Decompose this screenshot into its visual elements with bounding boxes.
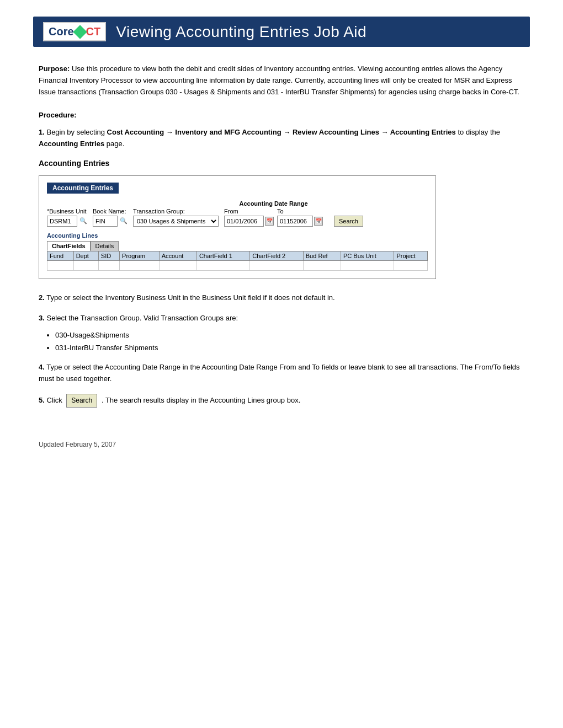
step-2-number: 2. [39, 293, 45, 302]
to-date-group: To 📅 [277, 208, 323, 227]
col-program: Program [120, 251, 160, 260]
purpose-block: Purpose: Use this procedure to view both… [39, 63, 524, 98]
logo-ct-text: CT [86, 25, 101, 38]
col-project: Project [394, 251, 428, 260]
tab-details[interactable]: Details [91, 241, 119, 251]
cell-sid [98, 260, 119, 270]
accounting-entries-heading: Accounting Entries [39, 159, 524, 168]
date-range-group: Accounting Date Range From 📅 To 📅 [224, 200, 323, 227]
step-1-bold: Cost Accounting → Inventory and MFG Acco… [107, 128, 456, 136]
step-1-bold-suffix: Accounting Entries [39, 140, 104, 148]
footer-text: Updated February 5, 2007 [39, 441, 116, 448]
step-1-suffix: to display the [458, 128, 500, 136]
step-1-end: page. [107, 140, 125, 148]
business-unit-field-group: *Business Unit 🔍 [47, 208, 87, 227]
from-date-group: From 📅 [224, 208, 274, 227]
transaction-group-select[interactable]: 030 Usages & Shipments [133, 216, 219, 227]
from-label: From [224, 208, 274, 215]
col-dept: Dept [73, 251, 98, 260]
header-bar: Core CT Viewing Accounting Entries Job A… [33, 17, 530, 47]
business-unit-input[interactable] [47, 216, 77, 227]
step-3-number: 3. [39, 314, 45, 322]
col-account: Account [159, 251, 196, 260]
accounting-lines-label: Accounting Lines [47, 232, 428, 239]
tab-chartfields[interactable]: ChartFields [47, 241, 91, 251]
cell-program [120, 260, 160, 270]
date-range-label: Accounting Date Range [224, 200, 323, 207]
step-5-suffix: . The search results display in the Acco… [102, 396, 300, 404]
page-title: Viewing Accounting Entries Job Aid [116, 23, 367, 41]
cell-fund [47, 260, 74, 270]
to-label: To [277, 208, 323, 215]
step-4: 4. Type or select the Accounting Date Ra… [39, 362, 524, 385]
logo-core-text: Core [49, 25, 74, 38]
col-pc-bus-unit: PC Bus Unit [341, 251, 394, 260]
accounting-entries-ui-box: Accounting Entries *Business Unit 🔍 Book… [39, 175, 436, 279]
book-name-field-group: Book Name: 🔍 [93, 208, 128, 227]
cell-chartfield2 [250, 260, 303, 270]
step-1: 1. Begin by selecting Cost Accounting → … [39, 127, 524, 150]
table-row [47, 260, 428, 270]
accounting-lines-table: Fund Dept SID Program Account ChartField… [47, 251, 428, 271]
step-4-number: 4. [39, 363, 45, 371]
ui-tab-accounting-entries[interactable]: Accounting Entries [47, 183, 119, 194]
bullet-1: 030-Usage&Shipments [55, 329, 524, 341]
step-1-number: 1. [39, 128, 45, 136]
cell-chartfield1 [196, 260, 249, 270]
book-name-label: Book Name: [93, 208, 128, 215]
step-3: 3. Select the Transaction Group. Valid T… [39, 313, 524, 324]
step-2-text: Type or select the Inventory Business Un… [46, 293, 334, 302]
col-chartfield1: ChartField 1 [196, 251, 249, 260]
step-5: 5. Click Search . The search results dis… [39, 394, 524, 408]
step-5-number: 5. [39, 396, 45, 404]
cell-dept [73, 260, 98, 270]
accounting-lines-tabs: ChartFields Details [47, 241, 428, 251]
col-sid: SID [98, 251, 119, 260]
step-2: 2. Type or select the Inventory Business… [39, 292, 524, 304]
to-date-input[interactable] [277, 216, 313, 227]
business-unit-search-icon[interactable]: 🔍 [79, 217, 87, 224]
col-chartfield2: ChartField 2 [250, 251, 303, 260]
table-header-row: Fund Dept SID Program Account ChartField… [47, 251, 428, 260]
purpose-label: Purpose: [39, 65, 70, 73]
bullet-list: 030-Usage&Shipments 031-InterBU Transfer… [55, 329, 524, 355]
to-calendar-icon[interactable]: 📅 [314, 217, 323, 226]
step-5-search-btn: Search [66, 394, 97, 408]
business-unit-label: *Business Unit [47, 208, 87, 215]
form-row: *Business Unit 🔍 Book Name: 🔍 Transactio… [47, 200, 428, 227]
footer: Updated February 5, 2007 [39, 441, 524, 448]
step-4-text: Type or select the Accounting Date Range… [39, 363, 520, 383]
col-fund: Fund [47, 251, 74, 260]
transaction-group-label: Transaction Group: [133, 208, 219, 215]
logo: Core CT [43, 22, 106, 41]
logo-diamond-icon [73, 25, 87, 39]
cell-pc-bus-unit [341, 260, 394, 270]
from-date-input[interactable] [224, 216, 264, 227]
cell-project [394, 260, 428, 270]
cell-account [159, 260, 196, 270]
book-name-search-icon[interactable]: 🔍 [120, 217, 128, 224]
col-bud-ref: Bud Ref [303, 251, 341, 260]
from-calendar-icon[interactable]: 📅 [265, 217, 274, 226]
purpose-body: Use this procedure to view both the debi… [39, 65, 519, 96]
content-area: Purpose: Use this procedure to view both… [33, 63, 530, 448]
search-button[interactable]: Search [334, 216, 363, 227]
bullet-2: 031-InterBU Transfer Shipments [55, 341, 524, 354]
step-1-prefix: Begin by selecting [46, 128, 107, 136]
procedure-heading: Procedure: [39, 111, 524, 119]
step-5-prefix: Click [46, 396, 64, 404]
book-name-input[interactable] [93, 216, 118, 227]
cell-bud-ref [303, 260, 341, 270]
step-3-text: Select the Transaction Group. Valid Tran… [46, 314, 238, 322]
transaction-group-field-group: Transaction Group: 030 Usages & Shipment… [133, 208, 219, 227]
